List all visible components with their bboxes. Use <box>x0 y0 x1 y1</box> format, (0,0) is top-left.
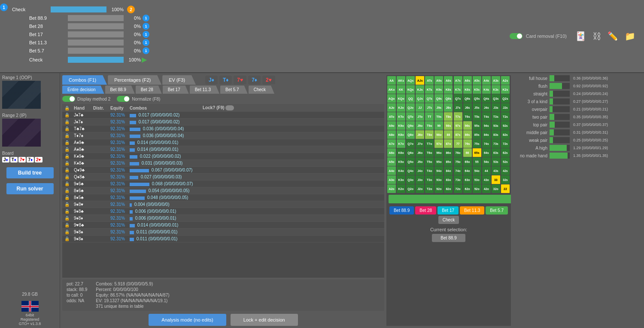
matrix-cell[interactable]: A9s <box>434 76 443 85</box>
matrix-cell[interactable]: 32o <box>492 184 500 193</box>
matrix-cell[interactable]: J7s <box>454 103 462 112</box>
table-row[interactable]: 🔒 8♦5♣ 92.31% 0.048 (0/0/0/0/0/0.05) <box>62 194 384 201</box>
matrix-cell[interactable]: AA <box>387 76 396 85</box>
matrix-cell[interactable]: Q9o <box>406 121 415 130</box>
table-row[interactable]: 🔒 9♦8♠ 92.31% 0.011 (0/0/0/0/0/0.01) <box>62 236 384 242</box>
matrix-cell[interactable]: 63o <box>463 175 472 184</box>
matrix-cell[interactable]: J6o <box>416 148 424 157</box>
matrix-cell[interactable]: Q4s <box>482 94 491 103</box>
matrix-cell[interactable]: T6s <box>463 112 472 121</box>
matrix-cell[interactable]: 33 <box>492 175 500 184</box>
matrix-cell[interactable]: K7o <box>397 139 405 148</box>
matrix-cell[interactable]: K6s <box>463 85 472 94</box>
matrix-cell[interactable]: K6o <box>397 148 405 157</box>
matrix-cell[interactable]: KTo <box>397 112 405 121</box>
build-tree-button[interactable]: Build tree <box>6 167 54 178</box>
matrix-cell[interactable]: A6o <box>387 148 396 157</box>
matrix-cell[interactable]: K9o <box>397 121 405 130</box>
legend-bet889[interactable]: Bet 88.9 <box>389 206 414 215</box>
legend-bet28[interactable]: Bet 28 <box>415 206 436 215</box>
matrix-cell[interactable]: A9o <box>387 121 396 130</box>
matrix-cell[interactable]: J5o <box>416 157 424 166</box>
matrix-cell[interactable]: 72s <box>501 139 510 148</box>
table-row[interactable]: 🔒 8♦6♣ 92.31% 0.054 (0/0/0/0/0/0.05) <box>62 187 384 194</box>
matrix-cell[interactable]: Q2o <box>406 184 415 193</box>
matrix-cell[interactable]: K7s <box>454 85 462 94</box>
matrix-cell[interactable]: 74s <box>482 139 491 148</box>
matrix-cell[interactable]: 43o <box>482 175 491 184</box>
matrix-cell[interactable]: 62s <box>501 148 510 157</box>
matrix-cell[interactable]: T6o <box>425 148 434 157</box>
matrix-cell[interactable]: Q5s <box>473 94 481 103</box>
matrix-cell[interactable]: 53s <box>492 157 500 166</box>
matrix-cell[interactable]: J2s <box>501 103 510 112</box>
matrix-cell[interactable]: QQ <box>406 94 415 103</box>
matrix-cell[interactable]: T7s <box>454 112 462 121</box>
normalize-track[interactable] <box>117 96 130 102</box>
matrix-cell[interactable]: AKo <box>387 85 396 94</box>
matrix-cell[interactable]: Q4o <box>406 166 415 175</box>
matrix-cell[interactable]: J2o <box>416 184 424 193</box>
matrix-cell[interactable]: Q7o <box>406 139 415 148</box>
matrix-cell[interactable]: AQo <box>387 94 396 103</box>
matrix-cell[interactable]: A5s <box>473 76 481 85</box>
matrix-cell[interactable]: A4s <box>482 76 491 85</box>
subtab-bet28[interactable]: Bet 28 <box>136 86 162 94</box>
table-row[interactable]: 🔒 A♦9♣ 92.31% 0.014 (0/0/0/0/0/0.01) <box>62 139 384 146</box>
matrix-cell[interactable]: A2s <box>501 76 510 85</box>
matrix-cell[interactable]: T3s <box>492 112 500 121</box>
legend-bet17[interactable]: Bet 17 <box>437 206 459 215</box>
matrix-cell[interactable]: K9s <box>434 85 443 94</box>
matrix-cell[interactable]: QTs <box>425 94 434 103</box>
matrix-cell[interactable]: 76o <box>454 148 462 157</box>
matrix-cell[interactable]: 52o <box>473 184 481 193</box>
matrix-cell[interactable]: A3o <box>387 175 396 184</box>
matrix-cell[interactable]: 94o <box>434 166 443 175</box>
matrix-cell[interactable]: K3o <box>397 175 405 184</box>
matrix-cell[interactable]: T7o <box>425 139 434 148</box>
matrix-cell[interactable]: KQs <box>406 85 415 94</box>
matrix-cell[interactable]: 98s <box>444 121 453 130</box>
legend-bet57[interactable]: Bet 5.7 <box>486 206 508 215</box>
table-row[interactable]: 🔒 9♦8♥ 92.31% 0.004 (0/0/0/0/0/0) <box>62 201 384 208</box>
matrix-cell[interactable]: 87s <box>454 130 462 139</box>
matrix-cell[interactable]: QTo <box>406 112 415 121</box>
matrix-cell[interactable]: A3s <box>492 76 500 85</box>
matrix-cell[interactable]: K4o <box>397 166 405 175</box>
analysis-mode-button[interactable]: Analysis mode (no edits) <box>149 314 226 326</box>
matrix-cell[interactable]: 75s <box>473 139 481 148</box>
subtab-bet889[interactable]: Bet 88.9 <box>105 86 135 94</box>
matrix-cell[interactable]: J8o <box>416 130 424 139</box>
table-row[interactable]: 🔒 9♦8♠ 92.31% 0.011 (0/0/0/0/0/0.01) <box>62 229 384 236</box>
matrix-cell[interactable]: J4o <box>416 166 424 175</box>
matrix-cell[interactable]: 82s <box>501 130 510 139</box>
matrix-cell[interactable]: 97s <box>454 121 462 130</box>
tab-percentages[interactable]: Percentages (F2) <box>108 75 161 85</box>
matrix-cell[interactable]: ATs <box>425 76 434 85</box>
table-row[interactable]: 🔒 A♦8♣ 92.31% 0.014 (0/0/0/0/0/0.01) <box>62 146 384 153</box>
matrix-cell[interactable]: 86o <box>444 148 453 157</box>
matrix-cell[interactable]: 96o <box>434 148 443 157</box>
table-row[interactable]: 🔒 K♦8♣ 92.31% 0.031 (0/0/0/0/0/0.03) <box>62 160 384 167</box>
matrix-cell[interactable]: TT <box>425 112 434 121</box>
matrix-cell[interactable]: J9s <box>434 103 443 112</box>
matrix-cell[interactable]: 92s <box>501 121 510 130</box>
matrix-cell[interactable]: 42s <box>501 166 510 175</box>
matrix-cell[interactable]: Q8s <box>444 94 453 103</box>
card-stack-icon[interactable]: 🃏 <box>575 31 586 41</box>
matrix-cell[interactable]: Q5o <box>406 157 415 166</box>
matrix-cell[interactable]: 73s <box>492 139 500 148</box>
matrix-cell[interactable]: T9s <box>434 112 443 121</box>
matrix-cell[interactable]: J6s <box>463 103 472 112</box>
table-row[interactable]: 🔒 Q♦8♣ 92.31% 0.027 (0/0/0/0/0/0.03) <box>62 174 384 181</box>
table-row[interactable]: 🔒 J♦7♠ 92.31% 0.017 (0/0/0/0/0/0.02) <box>62 119 384 126</box>
matrix-cell[interactable]: 64s <box>482 148 491 157</box>
matrix-cell[interactable]: QJo <box>406 103 415 112</box>
matrix-cell[interactable]: T2o <box>425 184 434 193</box>
matrix-cell[interactable]: 65s <box>473 148 481 157</box>
matrix-cell[interactable]: T8o <box>425 130 434 139</box>
matrix-cell[interactable]: AKs <box>397 76 405 85</box>
matrix-cell[interactable]: 98o <box>434 130 443 139</box>
matrix-cell[interactable]: 62o <box>463 184 472 193</box>
matrix-cell[interactable]: KK <box>397 85 405 94</box>
